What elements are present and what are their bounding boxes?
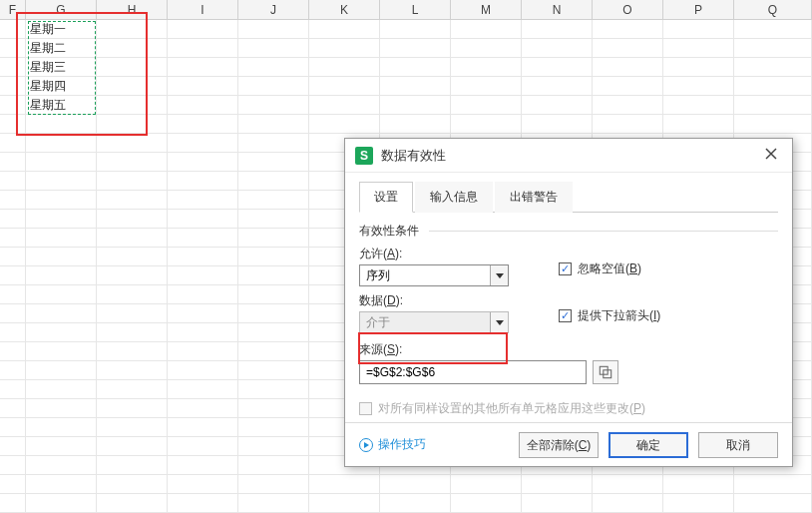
col-header-I[interactable]: I [168, 0, 238, 19]
close-button[interactable] [760, 145, 782, 167]
cell[interactable] [734, 475, 812, 494]
source-input[interactable] [359, 360, 587, 384]
cell[interactable] [380, 20, 451, 39]
cell[interactable] [663, 77, 734, 96]
cell[interactable] [663, 20, 734, 39]
cell[interactable] [238, 456, 309, 475]
cell[interactable] [522, 58, 593, 77]
cell[interactable] [309, 115, 380, 134]
col-header-L[interactable]: L [380, 0, 451, 19]
cell[interactable] [238, 248, 309, 266]
clear-all-button[interactable]: 全部清除(C) [519, 432, 599, 458]
cell[interactable] [0, 399, 26, 418]
cell[interactable] [238, 77, 309, 96]
cell[interactable] [238, 172, 309, 191]
cell[interactable] [26, 210, 97, 229]
cell[interactable] [168, 304, 238, 323]
cell[interactable] [97, 380, 168, 399]
cell[interactable] [168, 172, 238, 191]
cell[interactable] [238, 134, 309, 153]
cell[interactable] [168, 77, 238, 96]
cell[interactable]: 星期五 [26, 96, 97, 115]
cell[interactable] [168, 494, 238, 513]
cell[interactable] [593, 77, 663, 96]
cell[interactable] [522, 96, 593, 115]
cell[interactable] [168, 342, 238, 361]
cell[interactable] [168, 323, 238, 342]
cell[interactable] [593, 475, 663, 494]
cell[interactable] [238, 266, 309, 285]
cell[interactable] [0, 191, 26, 210]
tips-link[interactable]: 操作技巧 [359, 436, 509, 453]
cancel-button[interactable]: 取消 [698, 432, 778, 458]
cell[interactable] [26, 266, 97, 285]
tab-input-message[interactable]: 输入信息 [415, 182, 493, 213]
col-header-O[interactable]: O [593, 0, 663, 19]
cell[interactable] [0, 58, 26, 77]
ignore-blank-checkbox[interactable]: 忽略空值(B) [559, 260, 778, 277]
cell[interactable] [734, 58, 812, 77]
cell[interactable] [0, 323, 26, 342]
cell[interactable] [522, 475, 593, 494]
cell[interactable] [0, 380, 26, 399]
cell[interactable] [0, 153, 26, 172]
cell[interactable] [97, 58, 168, 77]
cell[interactable] [663, 475, 734, 494]
cell[interactable] [26, 172, 97, 191]
cell[interactable] [451, 77, 522, 96]
tab-settings[interactable]: 设置 [359, 182, 413, 213]
provide-dropdown-checkbox[interactable]: 提供下拉箭头(I) [559, 307, 778, 324]
cell[interactable] [238, 96, 309, 115]
cell[interactable] [26, 323, 97, 342]
cell[interactable] [168, 266, 238, 285]
cell[interactable] [238, 342, 309, 361]
cell[interactable] [238, 115, 309, 134]
cell[interactable] [0, 304, 26, 323]
cell[interactable] [26, 285, 97, 304]
cell[interactable] [97, 361, 168, 380]
cell[interactable] [26, 153, 97, 172]
cell[interactable] [0, 172, 26, 191]
cell[interactable] [0, 210, 26, 229]
cell[interactable] [451, 96, 522, 115]
cell[interactable] [0, 115, 26, 134]
cell[interactable] [593, 39, 663, 58]
cell[interactable] [97, 191, 168, 210]
allow-dropdown[interactable]: 序列 [359, 264, 509, 286]
cell[interactable] [168, 399, 238, 418]
cell[interactable] [238, 153, 309, 172]
cell[interactable] [734, 494, 812, 513]
cell[interactable] [97, 39, 168, 58]
cell[interactable]: 星期一 [26, 20, 97, 39]
cell[interactable] [97, 115, 168, 134]
cell[interactable] [168, 437, 238, 456]
cell[interactable] [0, 418, 26, 437]
cell[interactable] [238, 58, 309, 77]
cell[interactable] [168, 191, 238, 210]
cell[interactable] [97, 153, 168, 172]
cell[interactable] [168, 96, 238, 115]
cell[interactable] [168, 39, 238, 58]
cell[interactable] [380, 494, 451, 513]
cell[interactable] [97, 342, 168, 361]
col-header-N[interactable]: N [522, 0, 593, 19]
col-header-P[interactable]: P [663, 0, 734, 19]
cell[interactable] [734, 96, 812, 115]
cell[interactable] [593, 115, 663, 134]
cell[interactable] [168, 20, 238, 39]
cell[interactable] [26, 418, 97, 437]
cell[interactable] [0, 437, 26, 456]
col-header-K[interactable]: K [309, 0, 380, 19]
cell[interactable] [97, 494, 168, 513]
cell[interactable] [0, 494, 26, 513]
cell[interactable] [238, 494, 309, 513]
cell[interactable] [168, 285, 238, 304]
cell[interactable] [168, 115, 238, 134]
cell[interactable] [663, 494, 734, 513]
cell[interactable] [0, 285, 26, 304]
cell[interactable] [97, 304, 168, 323]
cell[interactable] [0, 248, 26, 266]
cell[interactable] [593, 58, 663, 77]
cell[interactable] [0, 134, 26, 153]
cell[interactable] [593, 96, 663, 115]
